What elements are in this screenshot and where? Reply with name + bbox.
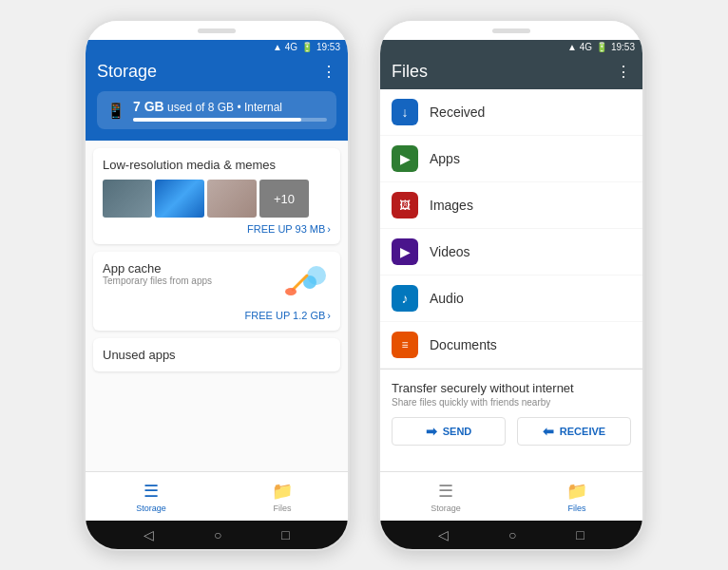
storage-info: 7 GB used of 8 GB • Internal <box>133 99 327 122</box>
thumb-more: +10 <box>259 180 309 218</box>
receive-arrow-icon: ⬅ <box>543 424 554 439</box>
speaker-2 <box>492 28 530 33</box>
cache-subtitle: Temporary files from apps <box>103 276 212 286</box>
phone-sys-bar-2: ◁ ○ □ <box>380 521 642 549</box>
documents-icon: ≡ <box>392 332 418 358</box>
media-card-title: Low-resolution media & memes <box>103 158 331 172</box>
status-bar-1: ▲ 4G 🔋 19:53 <box>86 40 348 54</box>
unused-apps-card: Unused apps <box>93 338 340 371</box>
file-item-received[interactable]: ↓ Received <box>380 89 642 136</box>
videos-icon: ▶ <box>392 238 418 265</box>
thumb-2 <box>155 180 204 218</box>
phone-screen-1: ▲ 4G 🔋 19:53 Storage ⋮ 📱 7 GB used of 8 … <box>86 40 348 521</box>
unused-apps-title: Unused apps <box>103 348 331 362</box>
phone-screen-2: ▲ 4G 🔋 19:53 Files ⋮ ↓ Received ▶ Apps <box>380 40 642 521</box>
file-name-videos: Videos <box>430 244 470 259</box>
storage-used: 7 GB <box>133 99 164 114</box>
file-name-documents: Documents <box>430 337 497 352</box>
storage-nav-icon: ☰ <box>144 481 159 502</box>
nav-tab-files-1[interactable]: 📁 Files <box>217 472 348 521</box>
storage-total: used of 8 GB • Internal <box>167 101 282 114</box>
bottom-nav-1: ☰ Storage 📁 Files <box>86 471 348 521</box>
phone-top-bar-1 <box>86 21 348 40</box>
send-arrow-icon: ➡ <box>426 424 437 439</box>
signal-icon-1: ▲ 4G <box>273 42 297 52</box>
file-item-audio[interactable]: ♪ Audio <box>380 276 642 322</box>
files-menu-button[interactable]: ⋮ <box>616 63 631 81</box>
files-nav-icon-2: 📁 <box>566 481 587 502</box>
phone-2: ▲ 4G 🔋 19:53 Files ⋮ ↓ Received ▶ Apps <box>378 19 644 551</box>
storage-nav-icon-2: ☰ <box>438 481 453 502</box>
recents-button-1[interactable]: □ <box>281 527 289 542</box>
transfer-subtitle: Share files quickly with friends nearby <box>392 397 631 408</box>
file-name-apps: Apps <box>430 151 460 166</box>
cache-free-up-label: FREE UP 1.2 GB <box>245 310 326 321</box>
cache-chevron-icon: › <box>327 310 331 321</box>
media-chevron-icon: › <box>327 223 331 235</box>
svg-point-3 <box>285 288 297 295</box>
phone-sys-bar-1: ◁ ○ □ <box>86 521 348 549</box>
storage-title: Storage <box>97 62 157 82</box>
battery-icon-2: 🔋 <box>596 42 607 52</box>
back-button-2[interactable]: ◁ <box>438 527 449 542</box>
cache-title: App cache <box>103 261 212 276</box>
file-name-received: Received <box>430 104 485 120</box>
file-item-apps[interactable]: ▶ Apps <box>380 136 642 182</box>
phone-1: ▲ 4G 🔋 19:53 Storage ⋮ 📱 7 GB used of 8 … <box>84 19 350 551</box>
storage-bar-bg <box>133 118 327 122</box>
storage-usage-card: 📱 7 GB used of 8 GB • Internal <box>97 91 336 129</box>
send-label: SEND <box>443 426 472 437</box>
storage-nav-label: Storage <box>136 504 166 513</box>
media-free-up-button[interactable]: FREE UP 93 MB › <box>103 223 331 235</box>
files-nav-label-2: Files <box>567 504 585 513</box>
home-button-1[interactable]: ○ <box>214 527 221 542</box>
home-button-2[interactable]: ○ <box>508 527 516 542</box>
storage-bar-fill <box>133 118 301 122</box>
storage-content: Low-resolution media & memes +10 FREE UP… <box>86 141 348 471</box>
media-thumbs: +10 <box>103 180 331 218</box>
media-free-up-label: FREE UP 93 MB <box>247 223 325 235</box>
file-item-images[interactable]: 🖼 Images <box>380 182 642 229</box>
thumb-1 <box>103 180 152 218</box>
receive-label: RECEIVE <box>560 426 605 437</box>
storage-menu-button[interactable]: ⋮ <box>321 63 336 81</box>
file-name-images: Images <box>430 198 473 213</box>
storage-header: Storage ⋮ 📱 7 GB used of 8 GB • Internal <box>86 54 348 141</box>
files-title: Files <box>392 62 428 82</box>
nav-tab-storage-2[interactable]: ☰ Storage <box>380 472 511 521</box>
speaker-1 <box>198 28 236 33</box>
transfer-section: Transfer securely without internet Share… <box>380 369 642 457</box>
transfer-title: Transfer securely without internet <box>392 381 631 395</box>
files-nav-icon-1: 📁 <box>272 481 293 502</box>
signal-icon-2: ▲ 4G <box>567 42 592 52</box>
thumb-3 <box>207 180 257 218</box>
back-button-1[interactable]: ◁ <box>144 527 154 542</box>
images-icon: 🖼 <box>392 192 418 218</box>
media-card: Low-resolution media & memes +10 FREE UP… <box>93 148 340 244</box>
cache-card: App cache Temporary files from apps <box>93 252 340 331</box>
files-nav-label-1: Files <box>273 504 291 513</box>
phone-icon: 📱 <box>106 102 125 120</box>
bottom-nav-2: ☰ Storage 📁 Files <box>380 471 642 521</box>
phone-top-bar-2 <box>380 21 642 40</box>
nav-tab-files-2[interactable]: 📁 Files <box>511 472 642 521</box>
file-item-videos[interactable]: ▶ Videos <box>380 229 642 276</box>
file-name-audio: Audio <box>430 291 464 306</box>
storage-title-row: Storage ⋮ <box>97 62 336 82</box>
transfer-buttons: ➡ SEND ⬅ RECEIVE <box>392 417 631 446</box>
status-bar-2: ▲ 4G 🔋 19:53 <box>380 40 642 54</box>
files-list: ↓ Received ▶ Apps 🖼 Images ▶ Vid <box>380 89 642 471</box>
audio-icon: ♪ <box>392 285 418 312</box>
battery-icon-1: 🔋 <box>301 42 313 52</box>
cache-info: App cache Temporary files from apps <box>103 261 212 286</box>
nav-tab-storage-1[interactable]: ☰ Storage <box>86 472 217 521</box>
cache-free-up-button[interactable]: FREE UP 1.2 GB › <box>103 310 331 321</box>
time-2: 19:53 <box>611 42 635 52</box>
cache-illustration <box>283 261 331 306</box>
recents-button-2[interactable]: □ <box>576 527 584 542</box>
storage-nav-label-2: Storage <box>431 504 461 513</box>
receive-button[interactable]: ⬅ RECEIVE <box>517 417 631 446</box>
file-item-documents[interactable]: ≡ Documents <box>380 322 642 369</box>
send-button[interactable]: ➡ SEND <box>392 417 506 446</box>
time-1: 19:53 <box>316 42 340 52</box>
